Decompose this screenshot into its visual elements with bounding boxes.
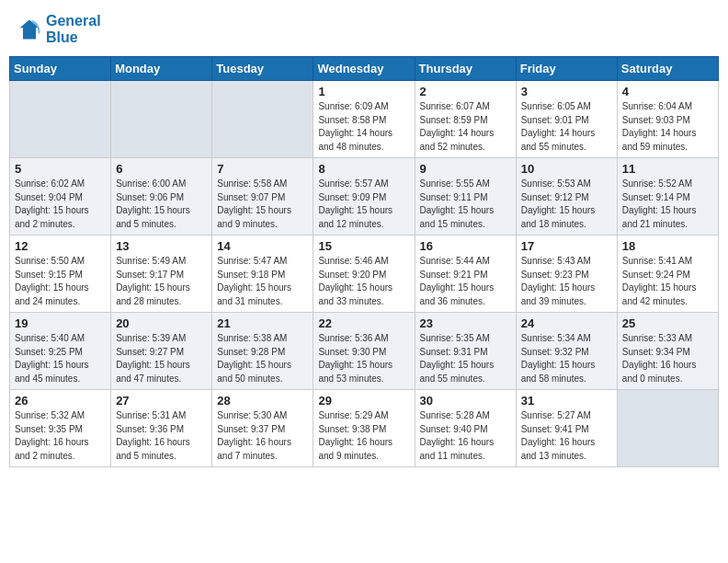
day-number: 16 bbox=[420, 239, 511, 253]
calendar-cell bbox=[212, 81, 313, 158]
day-number: 28 bbox=[217, 394, 308, 408]
days-of-week-row: SundayMondayTuesdayWednesdayThursdayFrid… bbox=[10, 57, 719, 81]
day-number: 21 bbox=[217, 316, 308, 330]
day-number: 29 bbox=[318, 394, 409, 408]
day-number: 23 bbox=[420, 316, 511, 330]
day-number: 22 bbox=[318, 316, 409, 330]
calendar-header: SundayMondayTuesdayWednesdayThursdayFrid… bbox=[10, 57, 719, 81]
day-number: 13 bbox=[116, 239, 207, 253]
calendar-cell: 11Sunrise: 5:52 AM Sunset: 9:14 PM Dayli… bbox=[617, 158, 718, 236]
calendar-cell: 10Sunrise: 5:53 AM Sunset: 9:12 PM Dayli… bbox=[516, 158, 617, 236]
calendar-cell: 23Sunrise: 5:35 AM Sunset: 9:31 PM Dayli… bbox=[415, 313, 516, 390]
calendar-cell: 3Sunrise: 6:05 AM Sunset: 9:01 PM Daylig… bbox=[516, 81, 617, 158]
week-row-3: 12Sunrise: 5:50 AM Sunset: 9:15 PM Dayli… bbox=[10, 236, 719, 313]
day-info: Sunrise: 5:32 AM Sunset: 9:35 PM Dayligh… bbox=[15, 409, 106, 463]
day-number: 4 bbox=[622, 85, 713, 98]
day-header-thursday: Thursday bbox=[415, 57, 516, 81]
day-info: Sunrise: 5:27 AM Sunset: 9:41 PM Dayligh… bbox=[521, 409, 612, 463]
calendar-cell: 1Sunrise: 6:09 AM Sunset: 8:58 PM Daylig… bbox=[313, 81, 415, 158]
day-info: Sunrise: 6:04 AM Sunset: 9:03 PM Dayligh… bbox=[622, 100, 713, 154]
day-number: 5 bbox=[15, 162, 106, 176]
calendar-cell: 28Sunrise: 5:30 AM Sunset: 9:37 PM Dayli… bbox=[212, 390, 313, 467]
day-header-sunday: Sunday bbox=[10, 57, 111, 81]
calendar-cell: 9Sunrise: 5:55 AM Sunset: 9:11 PM Daylig… bbox=[415, 158, 516, 236]
calendar-cell: 15Sunrise: 5:46 AM Sunset: 9:20 PM Dayli… bbox=[313, 236, 415, 313]
calendar-cell bbox=[617, 390, 718, 467]
week-row-5: 26Sunrise: 5:32 AM Sunset: 9:35 PM Dayli… bbox=[10, 390, 719, 467]
day-number: 17 bbox=[521, 239, 612, 253]
day-header-wednesday: Wednesday bbox=[313, 57, 415, 81]
calendar-cell: 22Sunrise: 5:36 AM Sunset: 9:30 PM Dayli… bbox=[313, 313, 415, 390]
calendar-cell: 12Sunrise: 5:50 AM Sunset: 9:15 PM Dayli… bbox=[10, 236, 111, 313]
day-info: Sunrise: 5:35 AM Sunset: 9:31 PM Dayligh… bbox=[420, 332, 511, 385]
day-number: 25 bbox=[622, 316, 713, 330]
calendar-cell: 20Sunrise: 5:39 AM Sunset: 9:27 PM Dayli… bbox=[111, 313, 212, 390]
day-number: 31 bbox=[521, 394, 612, 408]
day-info: Sunrise: 6:02 AM Sunset: 9:04 PM Dayligh… bbox=[15, 178, 106, 231]
day-number: 27 bbox=[116, 394, 207, 408]
calendar-cell: 16Sunrise: 5:44 AM Sunset: 9:21 PM Dayli… bbox=[415, 236, 516, 313]
day-number: 18 bbox=[622, 239, 713, 253]
day-info: Sunrise: 5:47 AM Sunset: 9:18 PM Dayligh… bbox=[217, 255, 308, 308]
day-number: 8 bbox=[318, 162, 409, 176]
day-number: 1 bbox=[318, 85, 409, 98]
day-info: Sunrise: 5:46 AM Sunset: 9:20 PM Dayligh… bbox=[318, 255, 409, 308]
week-row-1: 1Sunrise: 6:09 AM Sunset: 8:58 PM Daylig… bbox=[10, 81, 719, 158]
calendar-cell: 4Sunrise: 6:04 AM Sunset: 9:03 PM Daylig… bbox=[617, 81, 718, 158]
day-info: Sunrise: 5:28 AM Sunset: 9:40 PM Dayligh… bbox=[420, 409, 511, 463]
calendar-cell: 17Sunrise: 5:43 AM Sunset: 9:23 PM Dayli… bbox=[516, 236, 617, 313]
calendar-cell: 13Sunrise: 5:49 AM Sunset: 9:17 PM Dayli… bbox=[111, 236, 212, 313]
calendar-body: 1Sunrise: 6:09 AM Sunset: 8:58 PM Daylig… bbox=[10, 81, 719, 467]
day-number: 7 bbox=[217, 162, 308, 176]
calendar-cell bbox=[111, 81, 212, 158]
day-info: Sunrise: 5:30 AM Sunset: 9:37 PM Dayligh… bbox=[217, 409, 308, 463]
day-info: Sunrise: 5:52 AM Sunset: 9:14 PM Dayligh… bbox=[622, 178, 713, 231]
calendar-cell: 18Sunrise: 5:41 AM Sunset: 9:24 PM Dayli… bbox=[617, 236, 718, 313]
day-info: Sunrise: 5:53 AM Sunset: 9:12 PM Dayligh… bbox=[521, 178, 612, 231]
day-number: 10 bbox=[521, 162, 612, 176]
day-header-monday: Monday bbox=[111, 57, 212, 81]
page-header: General Blue bbox=[9, 9, 719, 49]
day-info: Sunrise: 5:31 AM Sunset: 9:36 PM Dayligh… bbox=[116, 409, 207, 463]
calendar-cell: 14Sunrise: 5:47 AM Sunset: 9:18 PM Dayli… bbox=[212, 236, 313, 313]
calendar-cell: 24Sunrise: 5:34 AM Sunset: 9:32 PM Dayli… bbox=[516, 313, 617, 390]
calendar-cell: 27Sunrise: 5:31 AM Sunset: 9:36 PM Dayli… bbox=[111, 390, 212, 467]
day-info: Sunrise: 5:39 AM Sunset: 9:27 PM Dayligh… bbox=[116, 332, 207, 385]
logo-icon bbox=[17, 17, 42, 42]
calendar-cell: 8Sunrise: 5:57 AM Sunset: 9:09 PM Daylig… bbox=[313, 158, 415, 236]
calendar-cell: 6Sunrise: 6:00 AM Sunset: 9:06 PM Daylig… bbox=[111, 158, 212, 236]
calendar-cell: 26Sunrise: 5:32 AM Sunset: 9:35 PM Dayli… bbox=[10, 390, 111, 467]
day-info: Sunrise: 5:33 AM Sunset: 9:34 PM Dayligh… bbox=[622, 332, 713, 385]
day-info: Sunrise: 5:41 AM Sunset: 9:24 PM Dayligh… bbox=[622, 255, 713, 308]
day-info: Sunrise: 5:44 AM Sunset: 9:21 PM Dayligh… bbox=[420, 255, 511, 308]
calendar-cell bbox=[10, 81, 111, 158]
day-header-tuesday: Tuesday bbox=[212, 57, 313, 81]
calendar-cell: 7Sunrise: 5:58 AM Sunset: 9:07 PM Daylig… bbox=[212, 158, 313, 236]
day-info: Sunrise: 5:49 AM Sunset: 9:17 PM Dayligh… bbox=[116, 255, 207, 308]
day-number: 12 bbox=[15, 239, 106, 253]
day-number: 30 bbox=[420, 394, 511, 408]
logo: General Blue bbox=[17, 13, 101, 45]
week-row-2: 5Sunrise: 6:02 AM Sunset: 9:04 PM Daylig… bbox=[10, 158, 719, 236]
day-info: Sunrise: 6:05 AM Sunset: 9:01 PM Dayligh… bbox=[521, 100, 612, 154]
day-info: Sunrise: 5:57 AM Sunset: 9:09 PM Dayligh… bbox=[318, 178, 409, 231]
day-info: Sunrise: 5:36 AM Sunset: 9:30 PM Dayligh… bbox=[318, 332, 409, 385]
day-info: Sunrise: 5:55 AM Sunset: 9:11 PM Dayligh… bbox=[420, 178, 511, 231]
calendar-cell: 30Sunrise: 5:28 AM Sunset: 9:40 PM Dayli… bbox=[415, 390, 516, 467]
day-info: Sunrise: 5:50 AM Sunset: 9:15 PM Dayligh… bbox=[15, 255, 106, 308]
day-info: Sunrise: 5:34 AM Sunset: 9:32 PM Dayligh… bbox=[521, 332, 612, 385]
day-number: 11 bbox=[622, 162, 713, 176]
day-info: Sunrise: 6:09 AM Sunset: 8:58 PM Dayligh… bbox=[318, 100, 409, 154]
day-number: 19 bbox=[15, 316, 106, 330]
day-number: 6 bbox=[116, 162, 207, 176]
calendar-table: SundayMondayTuesdayWednesdayThursdayFrid… bbox=[9, 56, 719, 467]
day-info: Sunrise: 5:38 AM Sunset: 9:28 PM Dayligh… bbox=[217, 332, 308, 385]
day-info: Sunrise: 5:29 AM Sunset: 9:38 PM Dayligh… bbox=[318, 409, 409, 463]
day-number: 2 bbox=[420, 85, 511, 98]
day-info: Sunrise: 5:58 AM Sunset: 9:07 PM Dayligh… bbox=[217, 178, 308, 231]
calendar-cell: 2Sunrise: 6:07 AM Sunset: 8:59 PM Daylig… bbox=[415, 81, 516, 158]
day-number: 14 bbox=[217, 239, 308, 253]
day-number: 3 bbox=[521, 85, 612, 98]
calendar-cell: 25Sunrise: 5:33 AM Sunset: 9:34 PM Dayli… bbox=[617, 313, 718, 390]
day-header-friday: Friday bbox=[516, 57, 617, 81]
